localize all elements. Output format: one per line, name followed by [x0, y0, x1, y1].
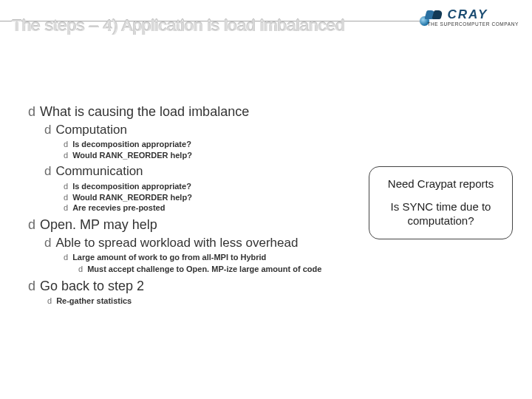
cray-logo: CRAY THE SUPERCOMPUTER COMPANY	[426, 7, 519, 27]
bullet-icon: d	[64, 150, 68, 161]
list-item-text: Is decomposition appropriate?	[72, 139, 353, 150]
list-item-text: Are recevies pre-posted	[72, 202, 353, 214]
bullet-icon: d	[28, 278, 35, 295]
list-item-text: Would RANK_REORDER help?	[72, 192, 353, 203]
logo-block: CRAY THE SUPERCOMPUTER COMPANY	[426, 7, 519, 27]
list-item: d Open. MP may help d Able to spread wor…	[28, 216, 353, 274]
bullet-icon: d	[44, 235, 51, 250]
list-item: d Able to spread workload with less over…	[44, 235, 353, 275]
cray-logo-tagline: THE SUPERCOMPUTER COMPANY	[427, 21, 519, 27]
list-item: d Is decomposition appropriate?	[64, 139, 353, 150]
list-item: d Must accept challenge to Open. MP-ize …	[78, 264, 353, 275]
list-item: d Would RANK_REORDER help?	[64, 150, 353, 161]
list-item-text: Open. MP may help	[40, 216, 353, 233]
bullet-icon: d	[44, 163, 51, 179]
list-item-text: Re-gather statistics	[56, 296, 353, 307]
bullet-icon: d	[78, 264, 83, 275]
list-item-text: Must accept challenge to Open. MP-ize la…	[87, 264, 353, 275]
bullet-icon: d	[28, 103, 35, 120]
bullet-icon: d	[64, 139, 68, 150]
slide: CRAY THE SUPERCOMPUTER COMPANY The steps…	[0, 0, 532, 399]
list-item: d Large amount of work to go from all-MP…	[64, 252, 353, 275]
callout-line-1: Need Craypat reports	[377, 177, 505, 190]
list-item-text: Able to spread workload with less overhe…	[55, 235, 353, 250]
cray-logo-mark-icon	[426, 9, 446, 21]
bullet-icon: d	[64, 192, 68, 203]
list-item-text: Go back to step 2	[40, 278, 353, 295]
list-item: d Are recevies pre-posted	[64, 202, 353, 214]
list-item-text: Is decomposition appropriate?	[72, 181, 353, 192]
list-item: d Computation d Is decomposition appropr…	[44, 122, 353, 161]
callout-line-2: Is SYNC time due to computation?	[377, 200, 505, 228]
list-item-text: What is causing the load imbalance	[40, 103, 353, 120]
callout-box: Need Craypat reports Is SYNC time due to…	[369, 166, 513, 239]
bullet-icon: d	[47, 296, 52, 307]
bullet-icon: d	[64, 202, 68, 214]
cray-logo-text: CRAY	[447, 7, 488, 22]
list-item: d Re-gather statistics	[47, 296, 353, 307]
slide-title: The steps – 4) Application is load imbal…	[12, 16, 344, 35]
bullet-icon: d	[64, 181, 68, 192]
list-item: d Communication d Is decomposition appro…	[44, 163, 353, 214]
list-item: d Go back to step 2 d Re-gather statisti…	[28, 278, 353, 307]
list-item-text: Would RANK_REORDER help?	[72, 150, 353, 161]
bullet-icon: d	[28, 216, 35, 233]
list-item: d Is decomposition appropriate?	[64, 181, 353, 192]
slide-body: d What is causing the load imbalance d C…	[28, 103, 353, 310]
list-item: d Would RANK_REORDER help?	[64, 192, 353, 203]
list-item-text: Communication	[55, 163, 353, 179]
bullet-icon: d	[44, 122, 51, 137]
list-item-text: Large amount of work to go from all-MPI …	[72, 252, 353, 263]
list-item: d What is causing the load imbalance d C…	[28, 103, 353, 214]
list-item-text: Computation	[55, 122, 353, 137]
bullet-icon: d	[64, 252, 68, 263]
